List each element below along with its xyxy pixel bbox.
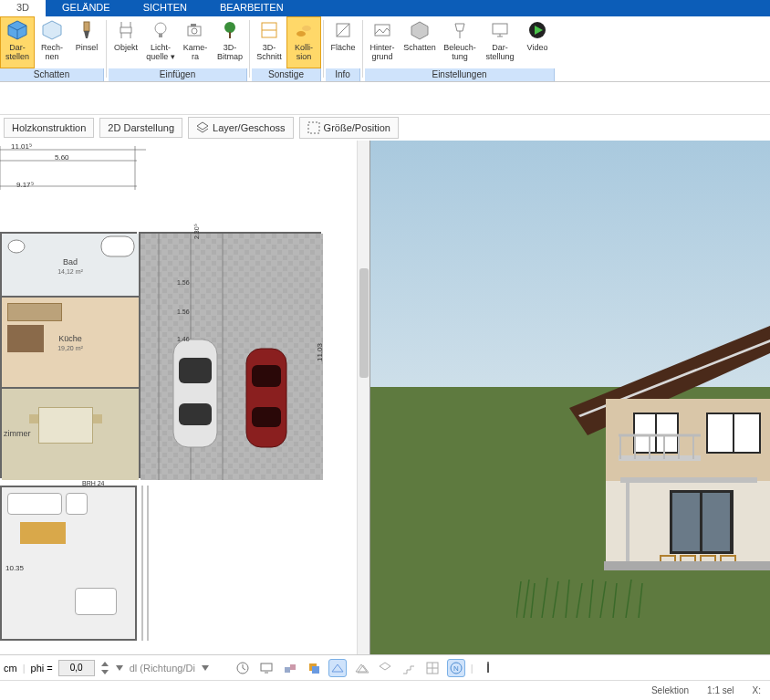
phi-label: phi =: [31, 663, 53, 674]
svg-rect-58: [635, 414, 655, 452]
btn-darstellen[interactable]: Dar- stellen: [0, 16, 35, 68]
svg-rect-101: [261, 663, 272, 671]
cube-light-icon: [41, 19, 63, 41]
svg-line-90: [600, 581, 606, 618]
svg-rect-61: [708, 414, 733, 452]
tb-layer-icon[interactable]: [376, 659, 394, 677]
ribbon: Dar- stellen Rech- nen Pinsel Schatten O…: [0, 16, 770, 82]
play-icon: [526, 19, 548, 41]
svg-point-12: [192, 28, 197, 34]
svg-line-93: [639, 583, 642, 618]
btn-flaeche[interactable]: Fläche: [326, 16, 360, 68]
tb-north-icon[interactable]: N: [447, 659, 465, 677]
svg-rect-50: [252, 407, 281, 427]
status-x: X:: [753, 685, 761, 695]
svg-point-9: [155, 23, 166, 34]
btn-schatten-einst[interactable]: Schatten: [400, 16, 440, 68]
tb-grid-icon[interactable]: [423, 659, 442, 677]
svg-line-83: [524, 580, 529, 618]
dropdown-icon[interactable]: [115, 663, 124, 674]
shade-cube-icon: [409, 19, 431, 41]
btn-holzkonstruktion[interactable]: Holzkonstruktion: [4, 118, 94, 138]
house-model: [533, 289, 770, 581]
tb-plane1-icon[interactable]: [328, 659, 347, 677]
tb-monitor-icon[interactable]: [257, 659, 276, 677]
tb-cubes-icon[interactable]: [281, 659, 299, 677]
btn-3dbitmap[interactable]: 3D- Bitmap: [213, 16, 247, 68]
svg-rect-51: [139, 486, 166, 641]
floorplan-view[interactable]: 11.01⁵ 5.60 9.17⁵ Bad 14,12 m²: [0, 141, 369, 654]
unit-label: cm: [4, 663, 17, 674]
tb-plane2-icon[interactable]: [352, 659, 370, 677]
stepper-icon[interactable]: [100, 660, 109, 676]
btn-darstellung-einst[interactable]: Dar- stellung: [480, 16, 520, 68]
svg-rect-63: [619, 455, 701, 461]
cube-icon: [6, 19, 28, 41]
tab-bearbeiten[interactable]: BEARBEITEN: [203, 0, 300, 16]
tab-3d[interactable]: 3D: [0, 0, 46, 16]
phi-input[interactable]: 0,0: [58, 660, 95, 676]
svg-rect-24: [493, 24, 507, 34]
svg-line-89: [589, 580, 593, 618]
btn-video[interactable]: Video: [520, 16, 555, 68]
lamp-icon: [449, 19, 471, 41]
svg-rect-103: [285, 667, 290, 673]
svg-rect-37: [101, 236, 134, 256]
tb-stack-icon[interactable]: [305, 659, 323, 677]
btn-3dschnitt[interactable]: 3D- Schnitt: [252, 16, 286, 68]
btn-pinsel[interactable]: Pinsel: [69, 16, 104, 68]
car-silver-icon: [168, 334, 223, 453]
dropdown2-icon[interactable]: [201, 663, 210, 674]
svg-line-85: [542, 578, 547, 618]
btn-lichtquelle[interactable]: Licht- quelle ▾: [143, 16, 178, 68]
brush-icon: [76, 19, 98, 41]
svg-point-14: [224, 22, 235, 33]
svg-marker-2: [43, 21, 61, 39]
btn-groesse-position[interactable]: Größe/Position: [299, 117, 399, 139]
tb-info-icon[interactable]: [479, 659, 497, 677]
svg-line-86: [553, 581, 558, 618]
bottom-toolbar: cm | phi = 0,0 dl (Richtung/Di N |: [0, 654, 770, 680]
svg-rect-15: [229, 32, 231, 38]
status-bar: Selektion 1:1 sel X:: [0, 680, 770, 700]
dl-label: dl (Richtung/Di: [130, 663, 195, 674]
svg-rect-104: [290, 664, 296, 670]
monitor-icon: [489, 19, 511, 41]
btn-rechnen[interactable]: Rech- nen: [35, 16, 69, 68]
group-info: Info: [326, 68, 360, 81]
3d-view[interactable]: [369, 141, 770, 654]
svg-rect-45: [173, 340, 217, 447]
tb-clock-icon[interactable]: [234, 659, 252, 677]
btn-2d-darstellung[interactable]: 2D Darstellung: [99, 118, 182, 138]
svg-point-36: [8, 240, 25, 253]
svg-line-92: [626, 580, 631, 618]
room-zimmer: zimmer: [4, 429, 31, 438]
status-ratio: 1:1 sel: [707, 685, 734, 695]
toilet-icon: [5, 237, 31, 256]
svg-marker-96: [116, 665, 123, 671]
svg-marker-110: [380, 663, 390, 670]
svg-rect-49: [252, 365, 281, 387]
tab-gelaende[interactable]: GELÄNDE: [46, 0, 127, 16]
btn-kollision[interactable]: Kolli- sion: [286, 16, 321, 68]
svg-marker-107: [332, 664, 343, 672]
btn-kamera[interactable]: Kame- ra: [178, 16, 213, 68]
property-bar: Holzkonstruktion 2D Darstellung Layer/Ge…: [0, 115, 770, 141]
tb-stairs-icon[interactable]: [400, 659, 418, 677]
lbl: stellen: [5, 52, 29, 61]
btn-objekt[interactable]: Objekt: [109, 16, 143, 68]
svg-rect-75: [620, 477, 757, 483]
svg-rect-62: [734, 414, 759, 452]
svg-rect-30: [308, 122, 319, 133]
svg-rect-4: [120, 27, 131, 33]
btn-hintergrund[interactable]: Hinter- grund: [365, 16, 400, 68]
svg-line-91: [613, 583, 617, 618]
btn-layer-geschoss[interactable]: Layer/Geschoss: [188, 117, 293, 139]
svg-text:N: N: [453, 664, 459, 673]
tab-sichten[interactable]: SICHTEN: [127, 0, 203, 16]
btn-beleuchtung[interactable]: Beleuch- tung: [440, 16, 480, 68]
group-sonstige: Sonstige: [252, 68, 321, 81]
grass-icon: [516, 563, 699, 618]
picture-icon: [371, 19, 393, 41]
scrollbar-vertical[interactable]: [357, 141, 369, 654]
